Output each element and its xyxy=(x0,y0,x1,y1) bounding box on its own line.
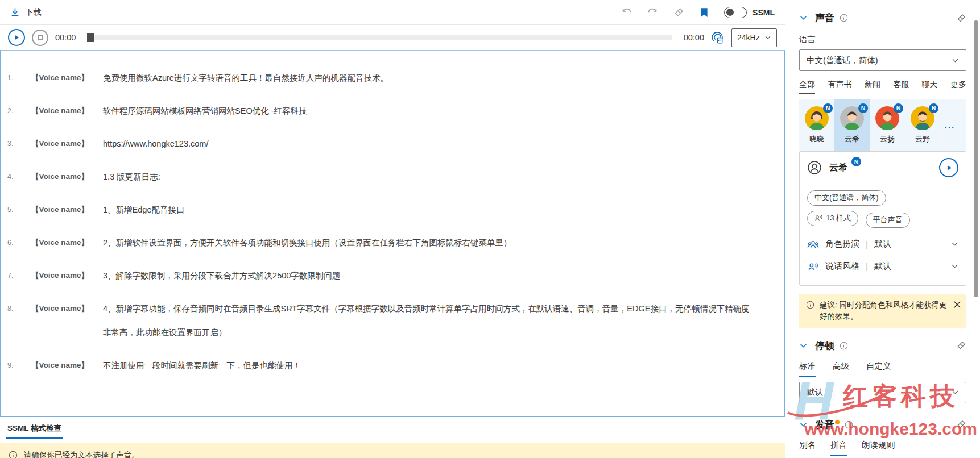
pause-section-title: 停顿 xyxy=(815,339,834,352)
selected-voice-body: 中文(普通话，简体) 13 样式 平台声音 xyxy=(800,184,966,285)
voice-name-token[interactable]: 【Voice name】 xyxy=(31,66,89,90)
line-text[interactable]: 1、新增Edge配音接口 xyxy=(103,198,784,222)
new-badge: N xyxy=(929,103,938,113)
tab-pinyin[interactable]: 拼音 xyxy=(830,440,847,456)
line-text[interactable]: 1.3 版更新日志: xyxy=(103,165,784,189)
preview-play-button[interactable] xyxy=(939,158,958,177)
speaking-style-select[interactable]: 说话风格 | 默认 xyxy=(825,261,958,277)
text-editor[interactable]: 1. 【Voice name】 免费使用微软Azure进行文字转语音的工具！最自… xyxy=(0,50,785,417)
clear-voice-icon[interactable] xyxy=(956,13,966,23)
editor-line[interactable]: 4. 【Voice name】 1.3 版更新日志: xyxy=(1,165,784,189)
tab-customer-service[interactable]: 客服 xyxy=(893,80,909,94)
voice-option-yunxi[interactable]: N 云希 xyxy=(834,99,870,151)
role-play-row: 角色扮演 | 默认 xyxy=(807,239,958,255)
tab-standard[interactable]: 标准 xyxy=(799,361,816,377)
tab-audiobook[interactable]: 有声书 xyxy=(828,80,851,94)
editor-line[interactable]: 1. 【Voice name】 免费使用微软Azure进行文字转语音的工具！最自… xyxy=(1,66,784,90)
line-number: 4. xyxy=(1,165,20,189)
tab-ssml-format-check[interactable]: SSML 格式检查 xyxy=(6,422,63,439)
ssml-toggle-group: SSML xyxy=(724,7,775,18)
voice-avatar-strip: N 晓晓 N 云希 N 云 xyxy=(799,99,966,151)
voice-name-token[interactable]: 【Voice name】 xyxy=(31,353,89,377)
ssml-toggle-knob xyxy=(726,9,734,16)
voice-name-token[interactable]: 【Voice name】 xyxy=(31,132,89,156)
language-select[interactable]: 中文(普通话，简体) xyxy=(799,49,966,71)
editor-line[interactable]: 9. 【Voice name】 不注册使用一段时间就需要刷新一下，但是也能使用！ xyxy=(1,353,784,377)
undo-icon[interactable] xyxy=(621,7,632,18)
settings-sidebar: 声音 语言 中文(普通话，简体) 全部 有声书 新闻 客服 聊天 更多 xyxy=(785,0,980,458)
tab-news[interactable]: 新闻 xyxy=(865,80,880,94)
suggestion-text: 建议: 同时分配角色和风格才能获得更好的效果。 xyxy=(820,299,948,323)
voice-option-yunye[interactable]: N 云野 xyxy=(905,99,940,151)
collapse-chevron-icon[interactable] xyxy=(799,420,808,429)
line-text[interactable]: https://www.hongke123.com/ xyxy=(103,132,784,156)
redo-icon[interactable] xyxy=(647,7,658,18)
editor-line[interactable]: 3. 【Voice name】 https://www.hongke123.co… xyxy=(1,132,784,156)
editor-line[interactable]: 5. 【Voice name】 1、新增Edge配音接口 xyxy=(1,198,784,222)
ssml-toggle[interactable] xyxy=(724,7,747,18)
voice-name-token[interactable]: 【Voice name】 xyxy=(31,231,89,255)
bottom-tab-row: SSML 格式检查 xyxy=(0,417,785,439)
line-text[interactable]: 不注册使用一段时间就需要刷新一下，但是也能使用！ xyxy=(103,353,784,377)
pause-value: 默认 xyxy=(807,387,823,398)
bookmark-icon[interactable] xyxy=(700,7,709,18)
tab-alias[interactable]: 别名 xyxy=(799,440,816,456)
pause-select[interactable]: 默认 xyxy=(799,382,966,403)
eraser-icon[interactable] xyxy=(673,7,684,18)
line-text[interactable]: 免费使用微软Azure进行文字转语音的工具！最自然接近人声的机器配音技术。 xyxy=(103,66,784,90)
line-number: 8. xyxy=(1,297,20,320)
download-button[interactable]: 下载 xyxy=(10,7,42,18)
tab-more[interactable]: 更多 xyxy=(950,80,966,94)
clear-pronunciation-icon[interactable] xyxy=(956,419,966,430)
tab-custom[interactable]: 自定义 xyxy=(866,361,891,377)
chevron-down-icon xyxy=(951,263,958,270)
info-icon[interactable] xyxy=(845,420,853,429)
editor-line[interactable]: 2. 【Voice name】 软件程序源码网站模板网络营销网站SEO优化 -红… xyxy=(1,99,784,123)
voice-option-xiaoxiao[interactable]: N 晓晓 xyxy=(799,99,834,151)
suggestion-banner: 建议: 同时分配角色和风格才能获得更好的效果。 xyxy=(799,294,966,328)
role-play-label: 角色扮演 xyxy=(825,239,859,249)
voice-name-token[interactable]: 【Voice name】 xyxy=(31,264,89,288)
clear-pause-icon[interactable] xyxy=(956,340,966,351)
editor-line[interactable]: 8. 【Voice name】 4、新增字幕功能，保存音频同时在音频目录生成SR… xyxy=(1,297,784,344)
voice-name-token[interactable]: 【Voice name】 xyxy=(31,165,89,189)
collapse-chevron-icon[interactable] xyxy=(799,342,808,350)
line-number: 6. xyxy=(1,231,20,255)
editor-line[interactable]: 7. 【Voice name】 3、解除字数限制，采用分段下载合并方式解决250… xyxy=(1,264,784,288)
selected-voice-name: 云希 xyxy=(829,162,847,174)
role-play-select[interactable]: 角色扮演 | 默认 xyxy=(825,239,958,255)
collapse-chevron-icon[interactable] xyxy=(799,14,808,22)
more-voices-button[interactable]: ... xyxy=(940,99,960,151)
seek-slider-handle[interactable] xyxy=(87,33,94,42)
language-value: 中文(普通话，简体) xyxy=(807,55,878,66)
info-icon[interactable] xyxy=(840,14,848,22)
seek-slider[interactable] xyxy=(87,35,672,40)
separator: | xyxy=(866,239,868,249)
voice-name-token[interactable]: 【Voice name】 xyxy=(31,297,89,320)
line-text[interactable]: 3、解除字数限制，采用分段下载合并方式解决2500字数限制问题 xyxy=(103,264,784,288)
tab-reading-rules[interactable]: 朗读规则 xyxy=(862,440,895,456)
info-icon xyxy=(806,301,814,309)
audio-tune-icon[interactable] xyxy=(711,31,725,44)
voice-option-yunyang[interactable]: N 云扬 xyxy=(870,99,905,151)
pause-section-header: 停顿 xyxy=(799,339,966,352)
line-text[interactable]: 4、新增字幕功能，保存音频同时在音频目录生成SRT字幕文件（字幕根据字数以及音频… xyxy=(103,297,784,344)
group-icon xyxy=(807,239,819,251)
voice-name-token[interactable]: 【Voice name】 xyxy=(31,198,89,222)
line-text[interactable]: 2、新增软件设置界面，方便开关软件各项功能和切换接口使用（设置界面在任务栏右下角… xyxy=(103,231,784,255)
line-number: 7. xyxy=(1,264,20,288)
sidebar-scrollbar[interactable] xyxy=(974,20,978,297)
stop-button[interactable] xyxy=(32,30,48,46)
line-text[interactable]: 软件程序源码网站模板网络营销网站SEO优化 -红客科技 xyxy=(103,99,784,123)
close-icon[interactable] xyxy=(953,301,961,309)
play-button[interactable] xyxy=(8,29,25,46)
tab-all[interactable]: 全部 xyxy=(799,80,815,94)
tab-chat[interactable]: 聊天 xyxy=(922,80,938,94)
download-icon xyxy=(10,7,20,17)
editor-line[interactable]: 6. 【Voice name】 2、新增软件设置界面，方便开关软件各项功能和切换… xyxy=(1,231,784,255)
info-icon[interactable] xyxy=(840,342,848,350)
main-area: 下载 SSML xyxy=(0,0,785,458)
tab-advanced[interactable]: 高级 xyxy=(833,361,849,377)
voice-name-token[interactable]: 【Voice name】 xyxy=(31,99,89,123)
sample-rate-select[interactable]: 24kHz xyxy=(731,28,777,47)
